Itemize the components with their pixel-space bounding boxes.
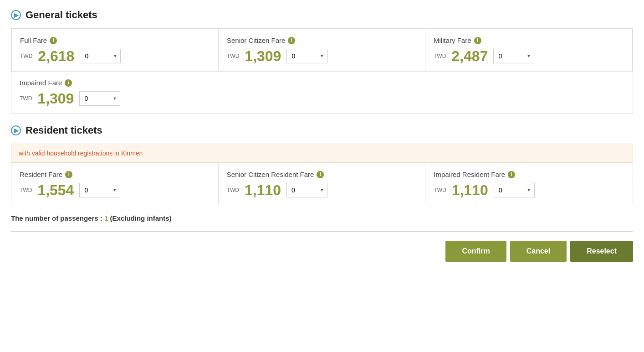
impaired-fare-select[interactable]: 0123 4567 89 [79, 91, 120, 106]
divider [11, 231, 633, 232]
impaired-fare-price-row: TWD 1,309 0123 4567 89 [20, 91, 210, 106]
resident-fare-select-wrapper: 0123 4567 89 [79, 183, 120, 197]
resident-fare-price-row: TWD 1,554 0123 4567 89 [20, 183, 210, 197]
full-fare-info-icon[interactable]: i [50, 37, 57, 44]
full-fare-card: Full Fare i TWD 2,618 0123 4567 89 [12, 29, 219, 71]
button-row: Confirm Cancel Reselect [11, 241, 633, 262]
impaired-fare-select-wrapper: 0123 4567 89 [79, 91, 120, 106]
senior-citizen-resident-fare-select-wrapper: 0123 4567 89 [286, 183, 327, 197]
senior-citizen-fare-select-wrapper: 0123 4567 89 [286, 49, 327, 63]
senior-citizen-resident-fare-select[interactable]: 0123 4567 89 [286, 183, 327, 197]
impaired-resident-fare-select-wrapper: 0123 4567 89 [494, 183, 535, 197]
senior-citizen-fare-card: Senior Citizen Fare i TWD 1,309 0123 456… [219, 29, 425, 71]
reselect-button[interactable]: Reselect [570, 241, 633, 262]
military-fare-select-wrapper: 0123 4567 89 [493, 49, 534, 63]
resident-fare-select[interactable]: 0123 4567 89 [79, 183, 120, 197]
senior-citizen-resident-fare-card: Senior Citizen Resident Fare i TWD 1,110… [219, 163, 426, 205]
military-fare-select[interactable]: 0123 4567 89 [493, 49, 534, 63]
resident-notice: with valid household registrations in Ki… [11, 144, 633, 163]
military-fare-info-icon[interactable]: i [474, 37, 481, 44]
senior-citizen-fare-price-row: TWD 1,309 0123 4567 89 [227, 49, 417, 63]
senior-citizen-resident-fare-price-row: TWD 1,110 0123 4567 89 [227, 183, 417, 197]
passenger-info: The number of passengers : 1 (Excluding … [11, 214, 633, 222]
resident-fare-card: Resident Fare i TWD 1,554 0123 4567 89 [11, 163, 219, 205]
resident-fare-info-icon[interactable]: i [65, 171, 72, 178]
full-fare-select-wrapper: 0123 4567 89 [80, 49, 121, 63]
impaired-fare-card: Impaired Fare i TWD 1,309 0123 4567 89 [11, 72, 219, 113]
resident-tickets-icon: ▶ [11, 125, 21, 135]
general-tickets-title: General tickets [26, 9, 97, 21]
senior-citizen-fare-label: Senior Citizen Fare i [227, 36, 417, 44]
military-fare-label: Military Fare i [434, 36, 624, 44]
resident-fare-label: Resident Fare i [20, 171, 210, 178]
senior-citizen-fare-info-icon[interactable]: i [288, 37, 295, 44]
senior-citizen-fare-select[interactable]: 0123 4567 89 [286, 49, 327, 63]
cancel-button[interactable]: Cancel [510, 241, 567, 262]
senior-citizen-resident-fare-label: Senior Citizen Resident Fare i [227, 171, 417, 178]
impaired-resident-fare-select[interactable]: 0123 4567 89 [494, 183, 535, 197]
military-fare-price-row: TWD 2,487 0123 4567 89 [434, 49, 624, 63]
senior-citizen-resident-fare-info-icon[interactable]: i [317, 171, 324, 178]
full-fare-select[interactable]: 0123 4567 89 [80, 49, 121, 63]
impaired-resident-fare-price-row: TWD 1,110 0123 4567 89 [434, 183, 624, 197]
full-fare-label: Full Fare i [20, 36, 210, 44]
full-fare-price-row: TWD 2,618 0123 4567 89 [20, 49, 210, 63]
impaired-resident-fare-label: Impaired Resident Fare i [434, 171, 624, 178]
impaired-fare-info-icon[interactable]: i [65, 79, 72, 87]
impaired-resident-fare-info-icon[interactable]: i [508, 171, 515, 178]
resident-tickets-header: ▶ Resident tickets [11, 124, 633, 136]
resident-tickets-title: Resident tickets [26, 124, 102, 136]
impaired-fare-label: Impaired Fare i [20, 79, 210, 87]
confirm-button[interactable]: Confirm [445, 241, 506, 262]
general-tickets-row1: Full Fare i TWD 2,618 0123 4567 89 Senio… [11, 29, 633, 71]
military-fare-card: Military Fare i TWD 2,487 0123 4567 89 [425, 29, 632, 71]
resident-tickets-grid: Resident Fare i TWD 1,554 0123 4567 89 S… [11, 163, 633, 205]
impaired-resident-fare-card: Impaired Resident Fare i TWD 1,110 0123 … [425, 163, 633, 205]
general-tickets-header: ▶ General tickets [11, 9, 633, 21]
general-tickets-icon: ▶ [11, 10, 21, 20]
